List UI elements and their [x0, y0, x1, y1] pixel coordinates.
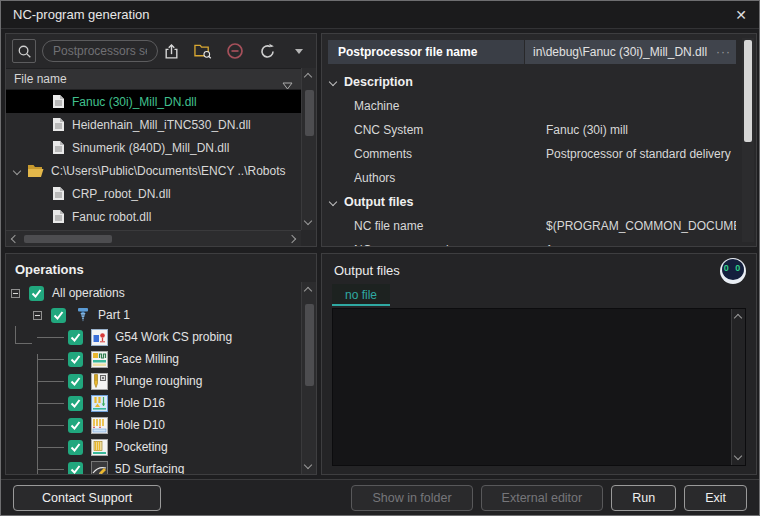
- scroll-up-icon[interactable]: [304, 73, 312, 81]
- contact-support-button[interactable]: Contact Support: [13, 485, 161, 511]
- property-label: NC file name: [328, 219, 538, 233]
- scrollbar-thumb[interactable]: [744, 40, 752, 142]
- property-label: NC program number: [328, 243, 538, 246]
- scroll-down-icon[interactable]: [304, 217, 312, 225]
- file-row[interactable]: Sinumerik (840D)_Mill_DN.dll: [6, 136, 301, 159]
- dropdown-arrow-icon[interactable]: [290, 42, 308, 60]
- nc-program-generation-dialog: NC-program generation ✕: [0, 0, 760, 516]
- checkbox-checked[interactable]: [68, 440, 83, 455]
- file-list-horizontal-scrollbar[interactable]: [6, 230, 301, 246]
- tree-item-label: Face Milling: [115, 352, 179, 366]
- eyes-badge-icon: 0 0: [720, 258, 746, 284]
- exit-button[interactable]: Exit: [684, 485, 747, 511]
- file-row[interactable]: Fanuc robot.dll: [6, 205, 301, 228]
- tree-item-label: Hole D16: [115, 396, 165, 410]
- file-list-vertical-scrollbar[interactable]: [301, 68, 316, 230]
- pocketing-icon: [91, 439, 108, 456]
- remove-icon[interactable]: [226, 42, 244, 60]
- face-milling-icon: [91, 351, 108, 368]
- scroll-right-icon[interactable]: [288, 235, 296, 243]
- file-name-label: CRP_robot_DN.dll: [72, 187, 171, 201]
- output-scrollbar[interactable]: [731, 309, 745, 465]
- tree-item-5d-surfacing[interactable]: 5D Surfacing: [6, 458, 301, 474]
- tree-item-face-milling[interactable]: Face Milling: [6, 348, 301, 370]
- postprocessor-path-field[interactable]: in\debug\Fanuc (30i)_Mill_DN.dll ···: [525, 40, 736, 64]
- postprocessor-path-value: in\debug\Fanuc (30i)_Mill_DN.dll: [533, 40, 716, 64]
- chevron-down-icon[interactable]: [13, 166, 21, 174]
- column-header-label: File name: [14, 72, 67, 86]
- tree-item-hole-d16[interactable]: Hole D16: [6, 392, 301, 414]
- folder-icon: [27, 164, 44, 178]
- scroll-left-icon[interactable]: [11, 235, 19, 243]
- property-row[interactable]: CommentsPostprocessor of standard delive…: [328, 142, 736, 166]
- property-row[interactable]: Machine: [328, 94, 736, 118]
- properties-panel: Postprocessor file name in\debug\Fanuc (…: [321, 33, 757, 247]
- section-title: Description: [344, 75, 413, 89]
- file-row[interactable]: CRP_robot_DN.dll: [6, 182, 301, 205]
- postprocessors-toolbar: [6, 34, 316, 68]
- expander-icon[interactable]: [33, 311, 42, 320]
- close-icon[interactable]: ✕: [735, 1, 747, 29]
- scroll-down-icon[interactable]: [733, 452, 741, 460]
- scroll-up-icon[interactable]: [304, 287, 312, 295]
- search-icon[interactable]: [12, 39, 36, 63]
- tree-item-g54-work-cs-probing[interactable]: G54 Work CS probing: [6, 326, 301, 348]
- checkbox-checked[interactable]: [29, 286, 44, 301]
- file-row[interactable]: Heidenhain_Mill_iTNC530_DN.dll: [6, 113, 301, 136]
- operations-title: Operations: [15, 262, 84, 277]
- scroll-down-icon[interactable]: [304, 461, 312, 469]
- browse-folder-icon[interactable]: [194, 42, 212, 60]
- operations-scrollbar[interactable]: [301, 282, 316, 474]
- chevron-down-icon[interactable]: [329, 198, 337, 206]
- tree-line: [37, 403, 64, 404]
- checkbox-checked[interactable]: [51, 308, 66, 323]
- property-label: CNC System: [328, 123, 538, 137]
- tree-item-all-operations[interactable]: All operations: [6, 282, 301, 304]
- properties-scrollbar[interactable]: [742, 38, 754, 242]
- tree-line: [37, 337, 64, 338]
- checkbox-checked[interactable]: [68, 330, 83, 345]
- tab-no-file[interactable]: no file: [332, 284, 390, 306]
- folder-row[interactable]: C:\Users\Public\Documents\ENCY ..\Robots: [6, 159, 301, 182]
- checkbox-checked[interactable]: [68, 418, 83, 433]
- show-in-folder-button[interactable]: Show in folder: [351, 485, 472, 511]
- nc-output-textarea[interactable]: [332, 308, 746, 466]
- section-header-description[interactable]: Description: [328, 70, 736, 94]
- tree-item-part-1[interactable]: Part 1: [6, 304, 301, 326]
- chevron-down-icon[interactable]: [329, 78, 337, 86]
- property-row[interactable]: NC file name$(PROGRAM_COMMON_DOCUMENT: [328, 214, 736, 238]
- tree-item-hole-d10[interactable]: Hole D10: [6, 414, 301, 436]
- postprocessors-panel: File name Fanuc (30i)_Mill_DN.dllHeidenh…: [5, 33, 317, 247]
- tree-item-label: Pocketing: [115, 440, 168, 454]
- file-row[interactable]: Fanuc (30i)_Mill_DN.dll: [6, 90, 301, 113]
- file-name-column-header[interactable]: File name: [6, 68, 301, 90]
- scrollbar-thumb[interactable]: [305, 304, 314, 386]
- window-title: NC-program generation: [13, 1, 150, 29]
- property-row[interactable]: CNC SystemFanuc (30i) mill: [328, 118, 736, 142]
- checkbox-checked[interactable]: [68, 374, 83, 389]
- browse-ellipsis-button[interactable]: ···: [716, 40, 731, 64]
- tree-item-label: Hole D10: [115, 418, 165, 432]
- export-icon[interactable]: [162, 42, 180, 60]
- probing-icon: [91, 329, 108, 346]
- property-value: Postprocessor of standard delivery: [538, 147, 736, 161]
- checkbox-checked[interactable]: [68, 462, 83, 475]
- checkbox-checked[interactable]: [68, 396, 83, 411]
- run-button[interactable]: Run: [611, 485, 676, 511]
- refresh-icon[interactable]: [258, 42, 276, 60]
- checkbox-checked[interactable]: [68, 352, 83, 367]
- tree-item-pocketing[interactable]: Pocketing: [6, 436, 301, 458]
- scroll-up-icon[interactable]: [733, 314, 741, 322]
- scrollbar-thumb[interactable]: [305, 90, 314, 136]
- external-editor-button[interactable]: External editor: [481, 485, 604, 511]
- section-header-output-files[interactable]: Output files: [328, 190, 736, 214]
- file-name-label: Fanuc robot.dll: [72, 210, 151, 224]
- property-row[interactable]: NC program number1: [328, 238, 736, 246]
- search-input[interactable]: [42, 40, 158, 62]
- property-row[interactable]: Authors: [328, 166, 736, 190]
- tree-item-plunge-roughing[interactable]: Plunge roughing: [6, 370, 301, 392]
- file-icon: [52, 94, 65, 109]
- tree-line: [15, 343, 32, 344]
- scrollbar-thumb[interactable]: [24, 235, 112, 243]
- expander-icon[interactable]: [11, 289, 20, 298]
